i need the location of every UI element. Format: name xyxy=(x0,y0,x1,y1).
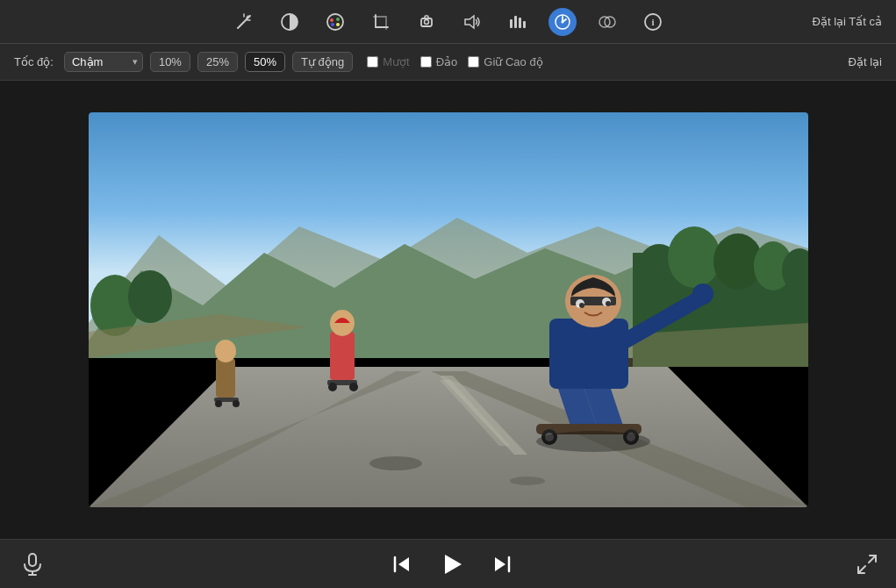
crop-icon[interactable] xyxy=(366,9,396,35)
stabilize-icon[interactable] xyxy=(412,9,441,35)
preserve-pitch-checkbox[interactable] xyxy=(468,56,479,68)
video-frame xyxy=(89,112,808,507)
svg-marker-76 xyxy=(398,557,409,571)
info-icon[interactable]: i xyxy=(638,9,668,35)
reset-all-button[interactable]: Đặt lại Tất cả xyxy=(813,15,882,28)
svg-rect-50 xyxy=(330,332,355,380)
reset-button[interactable]: Đặt lại xyxy=(849,55,882,68)
svg-point-43 xyxy=(369,456,422,470)
svg-line-81 xyxy=(858,566,865,573)
pct-25-button[interactable]: 25% xyxy=(197,52,238,72)
svg-rect-17 xyxy=(519,18,521,28)
preserve-pitch-group: Giữ Cao độ xyxy=(468,55,542,68)
video-scene xyxy=(89,112,808,507)
speed-toolbar: Tốc độ: Chậm Bình thường Nhanh Tùy chỉnh… xyxy=(0,44,896,81)
contrast-icon[interactable] xyxy=(275,9,305,35)
mic-area xyxy=(18,549,47,580)
video-area xyxy=(0,81,896,539)
auto-button[interactable]: Tự động xyxy=(292,52,353,72)
svg-rect-18 xyxy=(523,21,526,28)
smooth-group: Mượt xyxy=(367,55,409,68)
playback-controls xyxy=(47,549,856,580)
skip-back-button[interactable] xyxy=(387,550,415,578)
svg-point-63 xyxy=(606,301,611,306)
play-button[interactable] xyxy=(436,549,468,580)
svg-rect-45 xyxy=(216,358,235,398)
svg-point-44 xyxy=(510,477,545,485)
pct-10-button[interactable]: 10% xyxy=(150,52,190,72)
svg-point-12 xyxy=(424,19,428,24)
svg-point-54 xyxy=(349,383,358,391)
svg-rect-57 xyxy=(549,319,628,389)
svg-rect-16 xyxy=(514,16,517,28)
speed-label: Tốc độ: xyxy=(14,55,54,68)
svg-point-48 xyxy=(215,400,222,407)
volume-icon[interactable] xyxy=(457,9,487,35)
svg-line-0 xyxy=(238,19,247,28)
bottom-bar xyxy=(0,539,896,588)
skip-forward-button[interactable] xyxy=(489,550,517,578)
svg-point-35 xyxy=(128,270,172,323)
reverse-checkbox[interactable] xyxy=(420,56,432,68)
svg-marker-79 xyxy=(495,557,505,571)
svg-rect-15 xyxy=(510,19,513,28)
svg-rect-72 xyxy=(29,554,36,566)
mic-button[interactable] xyxy=(18,549,47,580)
preserve-pitch-label: Giữ Cao độ xyxy=(484,55,542,68)
svg-point-65 xyxy=(692,283,713,305)
svg-line-80 xyxy=(869,556,876,563)
smooth-label: Mượt xyxy=(383,55,409,68)
speed-icon[interactable] xyxy=(548,8,577,36)
svg-rect-13 xyxy=(425,16,428,18)
svg-point-9 xyxy=(331,23,334,26)
svg-point-53 xyxy=(328,383,337,391)
overlay-icon[interactable] xyxy=(592,9,622,35)
magic-wand-icon[interactable] xyxy=(229,9,259,35)
svg-point-30 xyxy=(668,226,720,288)
svg-point-8 xyxy=(336,18,340,21)
svg-point-71 xyxy=(536,431,650,452)
top-toolbar: i Đặt lại Tất cả xyxy=(0,0,896,44)
svg-point-62 xyxy=(579,303,584,308)
fullscreen-area xyxy=(856,553,878,576)
smooth-checkbox[interactable] xyxy=(367,56,378,68)
svg-point-6 xyxy=(327,14,343,30)
speed-select[interactable]: Chậm Bình thường Nhanh Tùy chỉnh xyxy=(64,52,143,72)
pct-50-button[interactable]: 50% xyxy=(245,52,285,72)
svg-marker-14 xyxy=(465,16,474,28)
toolbar-icons: i xyxy=(229,8,668,36)
svg-point-46 xyxy=(215,340,236,362)
svg-marker-77 xyxy=(445,555,462,574)
svg-point-7 xyxy=(330,18,333,22)
svg-text:i: i xyxy=(651,17,654,27)
speed-select-wrap: Chậm Bình thường Nhanh Tùy chỉnh xyxy=(64,52,143,72)
svg-point-49 xyxy=(233,400,240,407)
equalizer-icon[interactable] xyxy=(503,9,533,35)
reverse-group: Đảo xyxy=(420,55,458,68)
fullscreen-button[interactable] xyxy=(856,553,878,576)
palette-icon[interactable] xyxy=(320,9,350,35)
reverse-label: Đảo xyxy=(436,55,458,68)
svg-point-20 xyxy=(561,20,563,23)
svg-point-10 xyxy=(336,23,340,26)
